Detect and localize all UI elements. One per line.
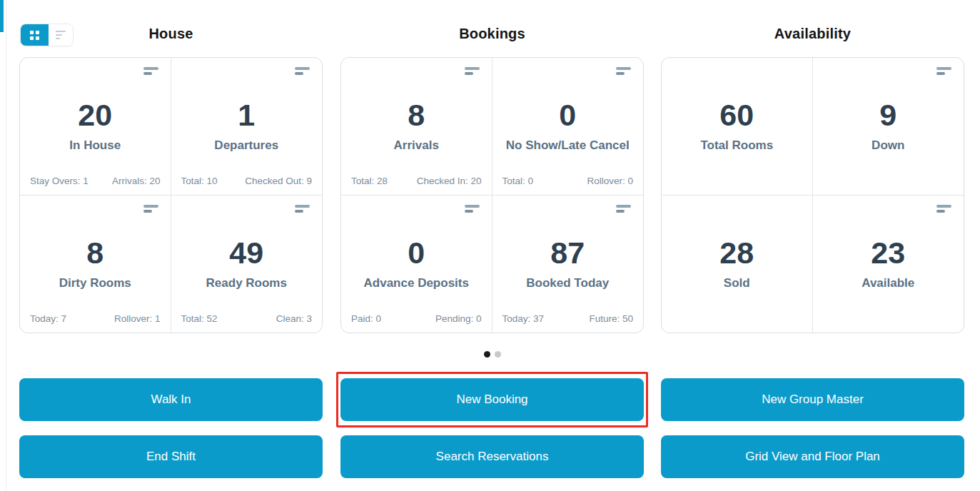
- stat-footnote-right: Arrivals: 20: [112, 176, 161, 186]
- walk-in-button[interactable]: Walk In: [19, 378, 323, 421]
- stat-value: 8: [86, 238, 103, 268]
- stat-value: 20: [78, 100, 112, 131]
- stat-label: In House: [69, 138, 121, 153]
- stat-tile-arrivals[interactable]: 8 Arrivals Total: 28 Checked In: 20: [341, 58, 492, 196]
- stat-footnote-left: Total: 0: [502, 176, 534, 186]
- stat-tile-no-show-late-cancel[interactable]: 0 No Show/Late Cancel Total: 0 Rollover:…: [492, 58, 644, 196]
- stat-tile-advance-deposits[interactable]: 0 Advance Deposits Paid: 0 Pending: 0: [341, 196, 492, 333]
- stat-footnote-right: Rollover: 0: [587, 176, 633, 186]
- stat-value: 0: [559, 100, 576, 131]
- stat-footnote-left: Today: 7: [30, 313, 66, 324]
- stat-footnote-right: Future: 50: [589, 313, 633, 324]
- new-booking-button[interactable]: New Booking: [340, 378, 644, 421]
- stat-label: Ready Rooms: [206, 276, 287, 290]
- stat-footnote-right: Checked Out: 9: [245, 176, 312, 186]
- stat-label: Booked Today: [526, 276, 609, 290]
- stat-tile-in-house[interactable]: 20 In House Stay Overs: 1 Arrivals: 20: [20, 58, 171, 196]
- section-header-bookings: Bookings: [340, 26, 644, 42]
- stat-tile-available[interactable]: 23 Available: [813, 196, 964, 333]
- tile-menu-icon[interactable]: [465, 67, 480, 75]
- stat-value: 0: [408, 238, 425, 268]
- tile-menu-icon[interactable]: [616, 205, 631, 213]
- tile-menu-icon[interactable]: [295, 67, 310, 75]
- stat-value: 60: [719, 100, 754, 131]
- stat-tile-total-rooms[interactable]: 60 Total Rooms: [662, 58, 813, 196]
- tile-menu-icon[interactable]: [143, 205, 158, 213]
- stat-value: 23: [871, 238, 905, 268]
- availability-panel: 60 Total Rooms 9 Down 28 Sold 23 Availab…: [661, 57, 964, 333]
- stat-value: 1: [238, 100, 255, 131]
- stat-footnote-left: Paid: 0: [351, 313, 381, 324]
- new-group-master-button[interactable]: New Group Master: [661, 378, 964, 421]
- left-divider-line: [6, 0, 6, 491]
- stat-value: 49: [229, 238, 263, 268]
- stat-footnote-left: Today: 37: [502, 313, 545, 324]
- stat-tile-booked-today[interactable]: 87 Booked Today Today: 37 Future: 50: [492, 196, 644, 333]
- stat-tile-down[interactable]: 9 Down: [813, 58, 964, 196]
- carousel-pagination: [340, 351, 644, 358]
- stat-label: Down: [872, 138, 904, 153]
- stat-value: 28: [719, 238, 754, 268]
- stat-label: Dirty Rooms: [59, 276, 131, 290]
- stat-label: Available: [862, 276, 914, 290]
- section-header-house: House: [19, 26, 323, 42]
- stat-footnote-right: Pending: 0: [435, 313, 482, 324]
- stat-value: 8: [408, 100, 425, 131]
- search-reservations-button[interactable]: Search Reservations: [340, 435, 644, 478]
- stat-tile-dirty-rooms[interactable]: 8 Dirty Rooms Today: 7 Rollover: 1: [20, 196, 171, 333]
- tile-menu-icon[interactable]: [295, 205, 310, 213]
- tile-menu-icon[interactable]: [616, 67, 631, 75]
- carousel-dot-2[interactable]: [495, 351, 501, 358]
- tile-menu-icon[interactable]: [936, 205, 951, 213]
- stat-footnote-right: Rollover: 1: [114, 313, 161, 324]
- section-header-availability: Availability: [661, 26, 964, 42]
- house-panel: 20 In House Stay Overs: 1 Arrivals: 20 1…: [19, 57, 323, 333]
- stat-footnote-left: Total: 52: [181, 313, 218, 324]
- tile-menu-icon[interactable]: [143, 67, 158, 75]
- stat-footnote-left: Total: 10: [181, 176, 218, 186]
- stat-label: Departures: [214, 138, 278, 153]
- bookings-panel: 8 Arrivals Total: 28 Checked In: 20 0 No…: [340, 57, 644, 333]
- stat-footnote-right: Clean: 3: [276, 313, 312, 324]
- tile-menu-icon[interactable]: [465, 205, 480, 213]
- dashboard-page: House Bookings Availability 20 In House …: [0, 0, 980, 491]
- stat-label: Arrivals: [394, 138, 439, 153]
- stat-label: Total Rooms: [700, 138, 773, 153]
- stat-footnote-left: Total: 28: [351, 176, 388, 186]
- stat-tile-sold[interactable]: 28 Sold: [662, 196, 813, 333]
- stat-label: Advance Deposits: [364, 276, 469, 290]
- stat-value: 87: [550, 238, 585, 268]
- stat-tile-ready-rooms[interactable]: 49 Ready Rooms Total: 52 Clean: 3: [171, 196, 323, 333]
- grid-view-floor-plan-button[interactable]: Grid View and Floor Plan: [661, 435, 964, 478]
- stat-label: No Show/Late Cancel: [506, 138, 630, 153]
- stat-value: 9: [879, 100, 896, 131]
- carousel-dot-1[interactable]: [484, 351, 490, 358]
- end-shift-button[interactable]: End Shift: [19, 435, 323, 478]
- left-accent-strip: [0, 0, 4, 32]
- stat-footnote-left: Stay Overs: 1: [30, 176, 89, 186]
- stat-footnote-right: Checked In: 20: [417, 176, 482, 186]
- tile-menu-icon[interactable]: [936, 67, 951, 75]
- stat-tile-departures[interactable]: 1 Departures Total: 10 Checked Out: 9: [171, 58, 323, 196]
- stat-label: Sold: [724, 276, 750, 290]
